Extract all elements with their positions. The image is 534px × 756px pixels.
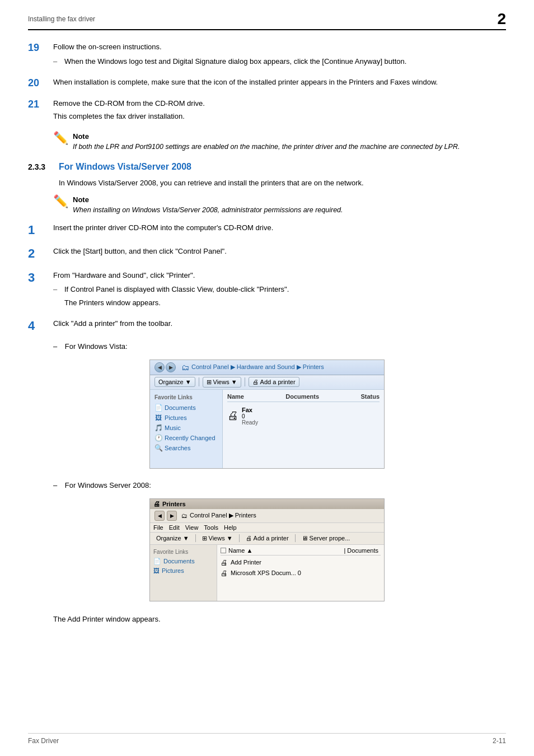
server-props-icon: 🖥 — [302, 535, 308, 542]
install-step-4: 4 Click "Add a printer" from the toolbar… — [28, 318, 506, 334]
toolbar-separator-1 — [199, 377, 199, 386]
vista-main-header: Name Documents Status — [227, 393, 380, 402]
step-20: 20 When installation is complete, make s… — [28, 77, 506, 90]
step-21-number: 21 — [28, 98, 53, 111]
add-printer-button[interactable]: 🖨 Add a printer — [249, 377, 299, 387]
searches-label: Searches — [165, 445, 190, 451]
server-label: – For Windows Server 2008: — [53, 481, 506, 489]
sidebar-item-searches[interactable]: 🔍 Searches — [150, 443, 222, 453]
note-icon: ✏️ — [53, 131, 68, 146]
fax-printer-name: Fax — [242, 407, 258, 413]
install-step-4-number: 4 — [28, 318, 53, 334]
install-step-3-sub2: The Printers window appears. — [64, 297, 506, 309]
fax-printer-icon: 🖨 — [227, 409, 238, 422]
footer-left: Fax Driver — [28, 737, 59, 745]
server-pictures-icon: 🖼 — [153, 567, 160, 574]
step-20-content: When installation is complete, make sure… — [53, 77, 506, 90]
install-step-3: 3 From "Hardware and Sound", click "Prin… — [28, 270, 506, 311]
note-2-title: Note — [73, 195, 343, 204]
vista-toolbar: Organize ▼ ⊞ Views ▼ 🖨 Add a printer — [150, 375, 384, 390]
server-label-text: For Windows Server 2008: — [65, 481, 151, 489]
install-step-3-sub: – If Control Panel is displayed with Cla… — [53, 284, 506, 295]
menu-tools[interactable]: Tools — [204, 524, 218, 531]
menu-help[interactable]: Help — [224, 524, 237, 531]
vista-sidebar: Favorite Links 📄 Documents 🖼 Pictures 🎵 … — [150, 390, 223, 468]
section-number: 2.3.3 — [28, 162, 59, 171]
vista-forward-button[interactable]: ▶ — [166, 362, 176, 372]
server-screenshot: 🖨 Printers ◀ ▶ 🗂 Control Panel ▶ Printer… — [149, 498, 385, 601]
col-name-server: Name ▲ — [228, 547, 252, 554]
vista-screenshot: ◀ ▶ 🗂 Control Panel ▶ Hardware and Sound… — [149, 360, 385, 469]
col-status: Status — [360, 393, 380, 400]
documents-label: Documents — [165, 404, 196, 411]
note-1-content: Note If both the LPR and Port9100 settin… — [73, 132, 460, 152]
searches-icon: 🔍 — [154, 444, 162, 452]
server-organize-button[interactable]: Organize ▼ — [153, 534, 192, 542]
menu-edit[interactable]: Edit — [169, 524, 180, 531]
views-icon: ⊞ — [207, 379, 212, 386]
server-separator-1 — [195, 534, 196, 542]
step-21: 21 Remove the CD-ROM from the CD-ROM dri… — [28, 98, 506, 124]
install-step-2-text: Click the [Start] button, and then click… — [53, 246, 506, 257]
step-20-number: 20 — [28, 77, 53, 90]
dash-icon-server: – — [53, 481, 57, 489]
music-icon: 🎵 — [154, 424, 162, 432]
vista-nav-buttons: ◀ ▶ — [154, 362, 177, 372]
server-address-bar: ◀ ▶ 🗂 Control Panel ▶ Printers — [150, 509, 384, 523]
install-step-4-text: Click "Add a printer" from the toolbar. — [53, 318, 506, 329]
add-printer-label: Add a printer — [260, 379, 296, 385]
server-main-header: Name ▲ | Documents — [221, 547, 381, 556]
step-19-sub: – When the Windows logo test and Digital… — [53, 56, 506, 67]
server-views-label: Views — [209, 535, 225, 542]
section-intro: In Windows Vista/Server 2008, you can re… — [59, 178, 506, 189]
install-step-3-content: From "Hardware and Sound", click "Printe… — [53, 270, 506, 311]
server-back-button[interactable]: ◀ — [154, 511, 165, 521]
note-1: ✏️ Note If both the LPR and Port9100 set… — [53, 132, 506, 152]
toolbar-separator-2 — [245, 377, 245, 386]
install-step-4-content: Click "Add a printer" from the toolbar. — [53, 318, 506, 332]
views-label: Views — [213, 379, 229, 385]
server-documents-icon: 📄 — [153, 558, 161, 565]
vista-breadcrumb: 🗂 Control Panel ▶ Hardware and Sound ▶ P… — [181, 363, 324, 372]
views-button[interactable]: ⊞ Views ▼ — [203, 377, 241, 388]
sidebar-item-documents[interactable]: 📄 Documents — [150, 403, 222, 413]
install-step-2-content: Click the [Start] button, and then click… — [53, 246, 506, 259]
server-add-printer-item[interactable]: 🖨 Add Printer — [221, 557, 381, 568]
sidebar-item-recently-changed[interactable]: 🕐 Recently Changed — [150, 433, 222, 443]
recently-changed-icon: 🕐 — [154, 434, 162, 442]
server-main-header-left: Name ▲ — [221, 547, 252, 554]
server-content: Favorite Links 📄 Documents 🖼 Pictures — [150, 545, 384, 601]
server-xps-printer-item[interactable]: 🖨 Microsoft XPS Docum... 0 — [221, 568, 381, 578]
install-step-1-number: 1 — [28, 222, 53, 239]
sidebar-item-music[interactable]: 🎵 Music — [150, 423, 222, 433]
menu-view[interactable]: View — [185, 524, 199, 531]
server-sidebar-documents[interactable]: 📄 Documents — [150, 557, 217, 566]
menu-file[interactable]: File — [153, 524, 163, 531]
organize-label: Organize — [158, 379, 184, 385]
page-header-title: Installing the fax driver — [28, 15, 95, 23]
server-title-text: Printers — [162, 501, 186, 507]
vista-back-button[interactable]: ◀ — [154, 362, 165, 372]
server-sidebar: Favorite Links 📄 Documents 🖼 Pictures — [150, 545, 217, 601]
fax-printer-item[interactable]: 🖨 Fax 0 Ready — [227, 404, 380, 428]
sidebar-item-pictures[interactable]: 🖼 Pictures — [150, 413, 222, 423]
server-organize-chevron: ▼ — [183, 535, 189, 542]
server-add-printer-button[interactable]: 🖨 Add a printer — [243, 534, 292, 542]
xps-printer-icon: 🖨 — [221, 569, 228, 577]
dash-icon: – — [53, 56, 64, 67]
server-sidebar-pictures[interactable]: 🖼 Pictures — [150, 566, 217, 575]
server-address-icon: 🗂 — [181, 512, 188, 519]
server-views-button[interactable]: ⊞ Views ▼ — [199, 534, 236, 543]
page-header: Installing the fax driver 2 — [28, 11, 506, 30]
server-views-icon: ⊞ — [202, 535, 207, 542]
add-printer-item-label: Add Printer — [231, 559, 261, 566]
vista-content: Favorite Links 📄 Documents 🖼 Pictures 🎵 … — [150, 390, 384, 468]
step-20-text: When installation is complete, make sure… — [53, 77, 506, 88]
add-printer-item-icon: 🖨 — [221, 558, 228, 567]
server-forward-button[interactable]: ▶ — [167, 511, 177, 521]
recently-changed-label: Recently Changed — [165, 435, 216, 441]
organize-button[interactable]: Organize ▼ — [154, 377, 195, 387]
server-server-props-button[interactable]: 🖥 Server prope... — [299, 534, 353, 542]
vista-breadcrumb-text: Control Panel ▶ Hardware and Sound ▶ Pri… — [191, 363, 324, 371]
server-sidebar-title: Favorite Links — [150, 548, 217, 557]
